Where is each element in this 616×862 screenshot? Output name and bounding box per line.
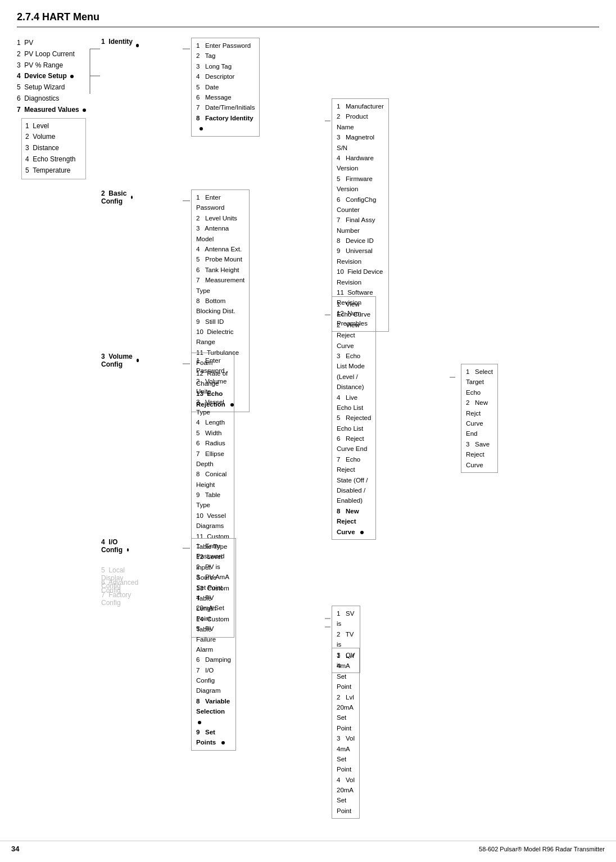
bc-item-4: 4 Antenna Ext. [196, 244, 244, 254]
section-basic-config: 2 Basic Config [101, 189, 133, 205]
identity-item-8-factory: 8 Factory Identity [196, 113, 255, 134]
bc-item-10: 10 Dielectric Range [196, 327, 244, 347]
page-title: 2.7.4 HART Menu [17, 11, 99, 23]
fi-item-6: 6 ConfigChg Counter [337, 195, 384, 215]
echo-rejection-box: 1 View Echo Curve 2 View Reject Curve 3 … [332, 296, 376, 544]
io-item-6: 6 Damping [196, 655, 231, 665]
vc-item-7: 7 Ellipse Depth [196, 449, 229, 470]
echo-rejection-list: 1 View Echo Curve 2 View Reject Curve 3 … [337, 299, 371, 537]
fi-item-1: 1 Manufacturer [337, 101, 384, 111]
menu-item-1: 1 PV [17, 38, 86, 49]
volume-config-arrow [137, 359, 138, 362]
menu-item-7-measured-values: 7 Measured Values [17, 105, 86, 116]
identity-list: 1 Enter Password 2 Tag 3 Long Tag 4 Desc… [196, 40, 255, 134]
page-header: 2.7.4 HART Menu [17, 11, 599, 28]
vc-item-2: 2 Volume Units [196, 376, 229, 397]
set-points-box: 1 Lvl 4mA Set Point 2 Lvl 20mA Set Point… [332, 648, 360, 823]
arrow-dot-device-setup [70, 75, 74, 78]
connector-lines [17, 38, 599, 836]
vc-item-6: 6 Radius [196, 438, 229, 448]
footer-doc-title: 58-602 Pulsar® Model R96 Radar Transmitt… [479, 846, 605, 852]
identity-item-4: 4 Descriptor [196, 71, 255, 82]
fi-item-5: 5 Firmware Version [337, 174, 384, 195]
bc-item-6: 6 Tank Height [196, 265, 244, 275]
io-item-7: 7 I/O Config Diagram [196, 665, 231, 696]
col1-menu: 1 PV 2 PV Loop Current 3 PV % Range 4 De… [17, 38, 86, 179]
vc-item-3: 3 Vessel Type [196, 397, 229, 418]
new-reject-curve-list: 1 Select Target Echo 2 New Rejct Curve E… [466, 367, 493, 470]
identity-label: 1 Identity [101, 38, 139, 53]
nrc-item-3: 3 Save Reject Curve [466, 439, 493, 470]
identity-item-1: 1 Enter Password [196, 40, 255, 51]
io-config-arrow [127, 548, 129, 552]
io-item-9-set-points: 9 Set Points [196, 727, 231, 748]
vc-item-4: 4 Length [196, 417, 229, 427]
top-level-list: 1 PV 2 PV Loop Current 3 PV % Range 4 De… [17, 38, 86, 116]
io-item-2: 2 PV is [196, 562, 231, 572]
er-item-4: 4 Live Echo List [337, 392, 371, 413]
er-item-2: 2 View Reject Curve [337, 320, 371, 351]
io-config-list: 1 Enter Password 2 PV is 3 PV AmA Set Po… [196, 541, 231, 748]
section-factory-config: 7 Factory Config [101, 591, 131, 607]
page-footer: 34 58-602 Pulsar® Model R96 Radar Transm… [0, 841, 616, 853]
io-item-1: 1 Enter Password [196, 541, 231, 562]
io-config-label: 4 I/O Config [101, 538, 129, 562]
variable-selection-arrow [198, 721, 201, 724]
sp-item-3: 3 Vol 4mA Set Point [337, 733, 355, 775]
fi-item-8: 8 Device ID [337, 236, 384, 246]
io-config-menu-box: 1 Enter Password 2 PV is 3 PV AmA Set Po… [191, 538, 236, 751]
identity-items-box: 1 Enter Password 2 Tag 3 Long Tag 4 Desc… [191, 38, 260, 141]
fi-item-2: 2 Product Name [337, 111, 384, 132]
vs-item-2: 2 TV is [337, 629, 355, 650]
vc-item-9: 9 Table Type [196, 490, 229, 511]
factory-identity-arrow [200, 127, 203, 130]
er-item-6: 6 Reject Curve End [337, 434, 371, 454]
er-item-7: 7 Echo Reject State (Off / Disabled / En… [337, 454, 371, 506]
bc-item-9: 9 Still ID [196, 317, 244, 327]
set-points-menu-box: 1 Lvl 4mA Set Point 2 Lvl 20mA Set Point… [332, 648, 360, 819]
section-volume-config: 3 Volume Config [101, 353, 139, 368]
new-reject-curve-arrow [360, 531, 364, 534]
identity-item-6: 6 Message [196, 92, 255, 102]
menu-item-3: 3 PV % Range [17, 60, 86, 71]
io-item-5: 5 PV Failure Alarm [196, 624, 231, 655]
new-reject-curve-menu-box: 1 Select Target Echo 2 New Rejct Curve E… [461, 364, 498, 473]
new-reject-curve-box: 1 Select Target Echo 2 New Rejct Curve E… [461, 364, 498, 477]
measured-values-list: 1 Level 2 Volume 3 Distance 4 Echo Stren… [25, 121, 82, 177]
io-config-items-box: 1 Enter Password 2 PV is 3 PV AmA Set Po… [191, 538, 236, 755]
bc-item-1: 1 Enter Password [196, 192, 244, 213]
bc-item-3: 3 Antenna Model [196, 223, 244, 244]
er-item-5: 5 Rejected Echo List [337, 413, 371, 434]
identity-item-2: 2 Tag [196, 51, 255, 61]
bc-item-5: 5 Probe Mount [196, 254, 244, 264]
vc-item-5: 5 Width [196, 428, 229, 438]
er-item-8-new-reject-curve: 8 New Reject Curve [337, 506, 371, 537]
menu-item-4-device-setup: 4 Device Setup [17, 71, 86, 82]
io-item-8-variable-selection: 8 Variable Selection [196, 696, 231, 727]
sp-item-4: 4 Vol 20mA Set Point [337, 775, 355, 816]
echo-rejection-menu-box: 1 View Echo Curve 2 View Reject Curve 3 … [332, 296, 376, 540]
factory-config-label: 7 Factory Config [101, 591, 131, 607]
er-item-1: 1 View Echo Curve [337, 299, 371, 320]
vs-item-1: 1 SV is [337, 608, 355, 629]
volume-config-label: 3 Volume Config [101, 353, 139, 368]
mv-item-5: 5 Temperature [25, 165, 82, 177]
nrc-item-2: 2 New Rejct Curve End [466, 398, 493, 439]
basic-config-label: 2 Basic Config [101, 189, 133, 205]
set-points-list: 1 Lvl 4mA Set Point 2 Lvl 20mA Set Point… [337, 651, 355, 816]
mv-item-1: 1 Level [25, 121, 82, 132]
fi-item-4: 4 Hardware Version [337, 153, 384, 174]
bc-item-8: 8 Bottom Blocking Dist. [196, 296, 244, 317]
menu-item-5: 5 Setup Wizard [17, 82, 86, 93]
sp-item-1: 1 Lvl 4mA Set Point [337, 651, 355, 692]
io-item-3: 3 PV AmA Set Point [196, 572, 231, 593]
mv-item-3: 3 Distance [25, 143, 82, 154]
vc-item-8: 8 Conical Height [196, 469, 229, 490]
arrow-dot-measured-values [83, 109, 86, 112]
identity-item-7: 7 Date/Time/Initials [196, 102, 255, 112]
sp-item-2: 2 Lvl 20mA Set Point [337, 692, 355, 734]
identity-item-3: 3 Long Tag [196, 61, 255, 71]
factory-identity-list: 1 Manufacturer 2 Product Name 3 Magnetro… [337, 101, 384, 329]
vc-item-10: 10 Vessel Diagrams [196, 511, 229, 531]
section-identity: 1 Identity [101, 38, 139, 53]
